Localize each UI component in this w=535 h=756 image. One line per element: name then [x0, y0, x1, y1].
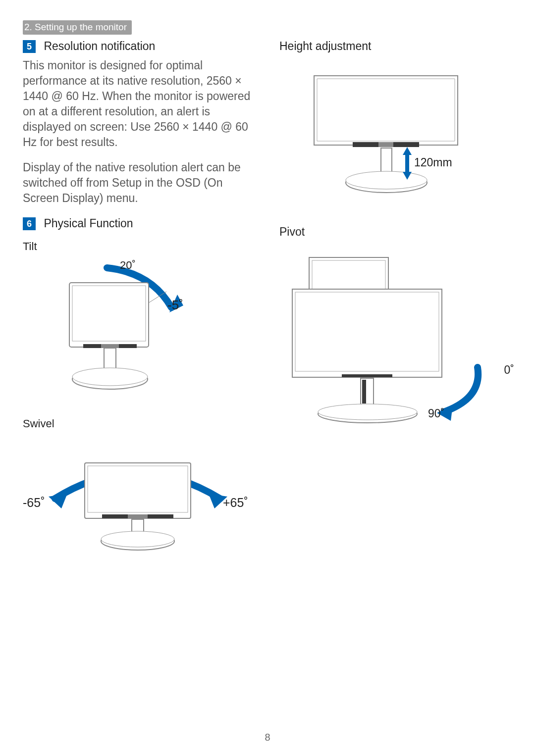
svg-rect-30 — [295, 292, 439, 371]
svg-point-22 — [346, 171, 427, 189]
step-number-6: 6 — [23, 217, 36, 230]
resolution-para-2: Display of the native resolution alert c… — [23, 160, 256, 206]
tilt-back-label: 20˚ — [120, 258, 136, 273]
svg-rect-33 — [362, 380, 366, 403]
pivot-figure: 0˚ 90˚ — [279, 254, 517, 443]
svg-marker-9 — [49, 494, 67, 508]
svg-point-5 — [72, 368, 148, 386]
tilt-figure: 20˚ -5˚ — [23, 258, 256, 402]
swivel-left-label: -65˚ — [23, 495, 45, 511]
svg-rect-7 — [101, 344, 119, 348]
swivel-heading: Swivel — [23, 416, 256, 431]
height-adjust-heading: Height adjustment — [279, 39, 517, 54]
svg-point-35 — [318, 404, 417, 420]
step-6-heading: 6 Physical Function — [23, 216, 256, 231]
section-tag: 2. Setting up the monitor — [23, 20, 132, 35]
swivel-right-label: +65˚ — [223, 495, 248, 511]
resolution-para-1: This monitor is designed for optimal per… — [23, 58, 256, 150]
page-number: 8 — [0, 731, 535, 744]
svg-rect-31 — [342, 374, 392, 377]
tilt-heading: Tilt — [23, 239, 256, 254]
svg-rect-12 — [88, 466, 188, 512]
svg-rect-19 — [378, 142, 393, 147]
svg-rect-3 — [104, 348, 116, 369]
step-6-title: Physical Function — [44, 217, 133, 230]
height-figure: 120mm — [279, 66, 517, 209]
height-value-label: 120mm — [414, 155, 452, 170]
svg-rect-2 — [72, 286, 146, 341]
svg-rect-20 — [381, 148, 392, 173]
step-5-heading: 5 Resolution notification — [23, 39, 256, 54]
tilt-forward-label: -5˚ — [167, 297, 183, 314]
step-5-title: Resolution notification — [44, 40, 155, 52]
step-number-5: 5 — [23, 40, 36, 53]
svg-point-17 — [101, 531, 174, 547]
svg-marker-24 — [403, 147, 412, 155]
left-column: 5 Resolution notification This monitor i… — [23, 39, 256, 579]
pivot-heading: Pivot — [279, 224, 517, 240]
pivot-bottom-label: 90˚ — [428, 406, 444, 421]
pivot-top-label: 0˚ — [504, 362, 514, 378]
svg-rect-14 — [128, 514, 148, 518]
right-column: Height adjustment 120mm Pivot — [279, 39, 517, 579]
swivel-figure: -65˚ +65˚ — [23, 435, 256, 564]
